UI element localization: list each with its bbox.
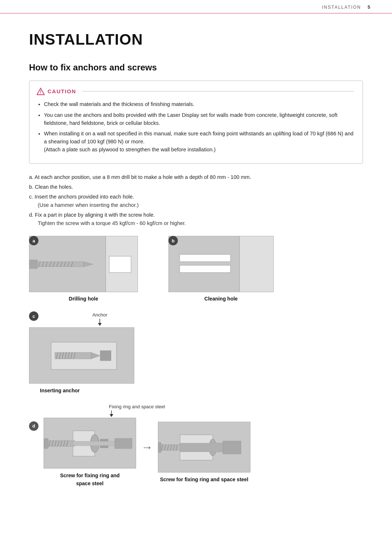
anchor-arrow-icon [97, 319, 102, 326]
svg-rect-20 [240, 236, 274, 292]
diagrams-row-ab: a [29, 236, 363, 303]
header-section-label: INSTALLATION [322, 4, 361, 11]
page-title: INSTALLATION [29, 28, 363, 51]
badge-c: c [29, 311, 38, 321]
anchor-text-label: Anchor [92, 311, 107, 319]
arrow-right-icon: → [141, 438, 153, 456]
caution-label: CAUTION [48, 87, 76, 96]
step-a: a. At each anchor position, use a 8 mm d… [29, 173, 363, 181]
svg-rect-53 [73, 441, 120, 446]
svg-rect-22 [180, 254, 230, 262]
main-content: INSTALLATION How to fix anchors and scre… [0, 13, 392, 510]
diagram-c-section: c Anchor [29, 311, 363, 394]
diagram-d-section: Fixing ring and space steel d [29, 403, 363, 488]
diagram-d-right-svg [158, 422, 250, 473]
diagram-d-left-svg [44, 418, 136, 469]
diagram-b-label: Cleaning hole [204, 295, 238, 303]
caution-warning-icon: ! [37, 87, 45, 95]
diagram-d-left-label: Screw for fixing ring and space steel [60, 471, 119, 488]
svg-rect-5 [109, 256, 131, 273]
caution-item-1: Check the wall materials and the thickne… [44, 101, 354, 109]
caution-list: Check the wall materials and the thickne… [37, 101, 354, 154]
caution-item-2: You can use the anchors and bolts provid… [44, 111, 354, 127]
diagram-a-label: Drilling hole [69, 295, 98, 303]
diagram-c-wrapper: c Anchor [29, 311, 134, 384]
caution-header: ! CAUTION [37, 87, 354, 96]
diagram-d-right: Screw for fixing ring and space steel [158, 422, 250, 484]
diagram-d-row: d [29, 418, 363, 488]
step-c-note: (Use a hammer when inserting the anchor.… [29, 202, 139, 208]
header-page-number: 5 [368, 4, 370, 11]
svg-text:!: ! [40, 90, 41, 95]
svg-rect-54 [115, 438, 132, 449]
diagram-c-svg [29, 327, 134, 384]
svg-rect-64 [158, 442, 161, 453]
caution-box: ! CAUTION Check the wall materials and t… [29, 81, 363, 164]
badge-d: d [29, 421, 38, 431]
svg-rect-18 [29, 260, 37, 269]
svg-marker-25 [98, 323, 102, 326]
diagram-b-svg [168, 236, 274, 292]
diagram-b-wrapper: b [168, 236, 274, 292]
diagram-b: b Cleaning hole [168, 236, 274, 303]
diagram-d-left: Screw for fixing ring and space steel [44, 418, 136, 488]
caution-divider [82, 91, 354, 91]
svg-rect-23 [180, 265, 230, 273]
step-c: c. Insert the anchors provided into each… [29, 193, 363, 209]
step-d-note: Tighten the screw with a torque 45 kgf/c… [29, 220, 186, 226]
caution-item-3: When installing it on a wall not specifi… [44, 130, 354, 154]
svg-marker-39 [110, 414, 113, 417]
fixing-ring-arrow-icon [109, 410, 114, 417]
diagram-a: a [29, 236, 138, 303]
page-header: INSTALLATION 5 [0, 0, 392, 13]
fixing-ring-text: Fixing ring and space steel [109, 403, 165, 410]
anchor-label-area: Anchor [65, 311, 134, 326]
section-heading: How to fix anchors and screws [29, 61, 363, 74]
diagram-c-label-area: Inserting anchor [29, 387, 363, 395]
diagram-c-label: Inserting anchor [40, 388, 80, 393]
diagram-c-row: c Anchor [29, 311, 363, 384]
diagram-a-svg [29, 236, 138, 292]
svg-rect-37 [100, 351, 111, 361]
fixing-ring-label-area: Fixing ring and space steel [109, 403, 363, 417]
svg-rect-68 [223, 441, 241, 454]
svg-rect-67 [180, 443, 224, 452]
diagram-d-right-label: Screw for fixing ring and space steel [160, 475, 249, 484]
svg-rect-50 [44, 438, 48, 449]
step-b: b. Clean the holes. [29, 183, 363, 191]
steps-list: a. At each anchor position, use a 8 mm d… [29, 173, 363, 228]
diagram-a-wrapper: a [29, 236, 138, 292]
step-d: d. Fix a part in place by aligning it wi… [29, 211, 363, 227]
